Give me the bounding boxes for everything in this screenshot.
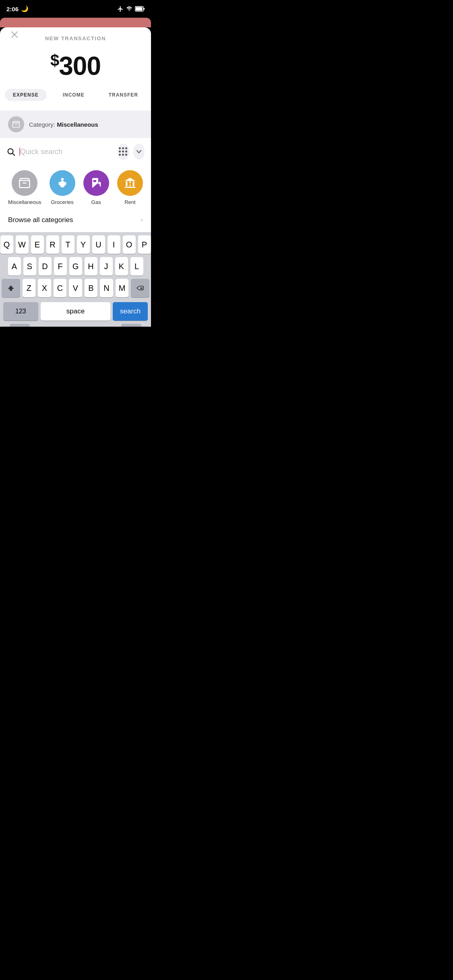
amount-display: $300 bbox=[50, 51, 101, 80]
key-r[interactable]: R bbox=[46, 235, 59, 254]
key-o[interactable]: O bbox=[123, 235, 136, 254]
battery-icon bbox=[135, 6, 145, 12]
key-e[interactable]: E bbox=[31, 235, 44, 254]
time-display: 2:06 bbox=[6, 6, 19, 12]
search-input[interactable] bbox=[20, 148, 114, 156]
emoji-key[interactable]: 😊 bbox=[10, 324, 30, 327]
category-row[interactable]: Category: Miscellaneous bbox=[0, 111, 151, 138]
shift-key[interactable] bbox=[2, 279, 20, 297]
search-bar bbox=[0, 138, 151, 164]
svg-point-11 bbox=[61, 178, 64, 181]
key-t[interactable]: T bbox=[62, 235, 74, 254]
category-groceries[interactable]: Groceries bbox=[50, 170, 75, 205]
categories-section: Miscellaneous Groceries bbox=[0, 164, 151, 209]
modal-title: NEW TRANSACTION bbox=[45, 35, 106, 41]
status-bar: 2:06 🌙 bbox=[0, 0, 151, 18]
svg-rect-18 bbox=[133, 181, 134, 186]
svg-rect-1 bbox=[136, 7, 143, 11]
mic-key[interactable] bbox=[121, 324, 141, 327]
key-f[interactable]: F bbox=[54, 257, 67, 276]
backspace-key[interactable] bbox=[131, 279, 149, 297]
category-rent[interactable]: $ Rent bbox=[117, 170, 143, 205]
svg-rect-13 bbox=[64, 182, 66, 185]
transaction-modal: NEW TRANSACTION $300 EXPENSE INCOME TRAN… bbox=[0, 27, 151, 232]
amount-section: $300 bbox=[0, 41, 151, 89]
miscellaneous-icon-small bbox=[8, 116, 24, 132]
browse-all-label: Browse all categories bbox=[8, 216, 73, 224]
category-miscellaneous-label: Miscellaneous bbox=[8, 199, 41, 205]
chevron-right-icon: › bbox=[141, 216, 143, 224]
keyboard-row-2: A S D F G H J K L bbox=[2, 257, 149, 276]
airplane-icon bbox=[117, 6, 124, 12]
key-w[interactable]: W bbox=[16, 235, 29, 254]
key-b[interactable]: B bbox=[85, 279, 98, 297]
key-s[interactable]: S bbox=[23, 257, 36, 276]
keyboard-toolbar-row: 😊 bbox=[2, 321, 149, 327]
tab-transfer[interactable]: TRANSFER bbox=[101, 89, 146, 101]
svg-rect-5 bbox=[13, 123, 20, 128]
search-key[interactable]: search bbox=[113, 302, 148, 321]
key-z[interactable]: Z bbox=[23, 279, 36, 297]
category-rent-label: Rent bbox=[124, 199, 135, 205]
grid-view-button[interactable] bbox=[118, 144, 129, 160]
key-n[interactable]: N bbox=[100, 279, 113, 297]
key-c[interactable]: C bbox=[54, 279, 67, 297]
key-l[interactable]: L bbox=[130, 257, 143, 276]
category-gas-label: Gas bbox=[91, 199, 101, 205]
keyboard: Q W E R T Y U I O P A S D F G H J K L Z … bbox=[0, 232, 151, 327]
svg-marker-22 bbox=[8, 285, 14, 291]
category-gas[interactable]: Gas bbox=[83, 170, 109, 205]
svg-rect-19 bbox=[125, 187, 136, 188]
svg-marker-15 bbox=[125, 178, 136, 181]
tab-income[interactable]: INCOME bbox=[55, 89, 93, 101]
wifi-icon bbox=[126, 6, 132, 12]
amount-value: 300 bbox=[59, 51, 101, 80]
key-k[interactable]: K bbox=[115, 257, 128, 276]
keyboard-row-1: Q W E R T Y U I O P bbox=[2, 235, 149, 254]
keyboard-bottom-row: 123 space search bbox=[2, 301, 149, 321]
close-button[interactable] bbox=[8, 28, 21, 41]
key-q[interactable]: Q bbox=[0, 235, 13, 254]
keyboard-row-3: Z X C V B N M bbox=[2, 279, 149, 297]
key-i[interactable]: I bbox=[108, 235, 120, 254]
key-v[interactable]: V bbox=[69, 279, 82, 297]
dropdown-button[interactable] bbox=[133, 144, 145, 160]
modal-header: NEW TRANSACTION bbox=[0, 27, 151, 41]
key-a[interactable]: A bbox=[8, 257, 21, 276]
category-miscellaneous[interactable]: Miscellaneous bbox=[8, 170, 41, 205]
key-m[interactable]: M bbox=[116, 279, 129, 297]
search-icon bbox=[6, 147, 15, 156]
numbers-key[interactable]: 123 bbox=[3, 302, 38, 321]
svg-rect-14 bbox=[93, 180, 96, 182]
key-j[interactable]: J bbox=[100, 257, 113, 276]
dollar-sign: $ bbox=[50, 51, 59, 69]
key-h[interactable]: H bbox=[85, 257, 97, 276]
key-u[interactable]: U bbox=[92, 235, 105, 254]
key-d[interactable]: D bbox=[39, 257, 52, 276]
space-key[interactable]: space bbox=[41, 302, 111, 321]
svg-rect-9 bbox=[20, 181, 30, 188]
card-hint bbox=[0, 18, 151, 27]
tab-expense[interactable]: EXPENSE bbox=[5, 89, 47, 101]
svg-text:$: $ bbox=[129, 183, 130, 185]
moon-icon: 🌙 bbox=[21, 5, 29, 12]
browse-all-categories[interactable]: Browse all categories › bbox=[0, 209, 151, 232]
key-p[interactable]: P bbox=[138, 235, 151, 254]
svg-line-8 bbox=[12, 153, 14, 155]
key-g[interactable]: G bbox=[69, 257, 82, 276]
svg-rect-16 bbox=[126, 181, 127, 186]
category-groceries-label: Groceries bbox=[51, 199, 73, 205]
category-label: Category: Miscellaneous bbox=[29, 121, 98, 128]
key-x[interactable]: X bbox=[38, 279, 51, 297]
key-y[interactable]: Y bbox=[77, 235, 90, 254]
grid-icon bbox=[119, 147, 128, 156]
svg-rect-2 bbox=[144, 8, 145, 10]
svg-rect-12 bbox=[58, 182, 60, 185]
transaction-type-tabs: EXPENSE INCOME TRANSFER bbox=[0, 89, 151, 111]
